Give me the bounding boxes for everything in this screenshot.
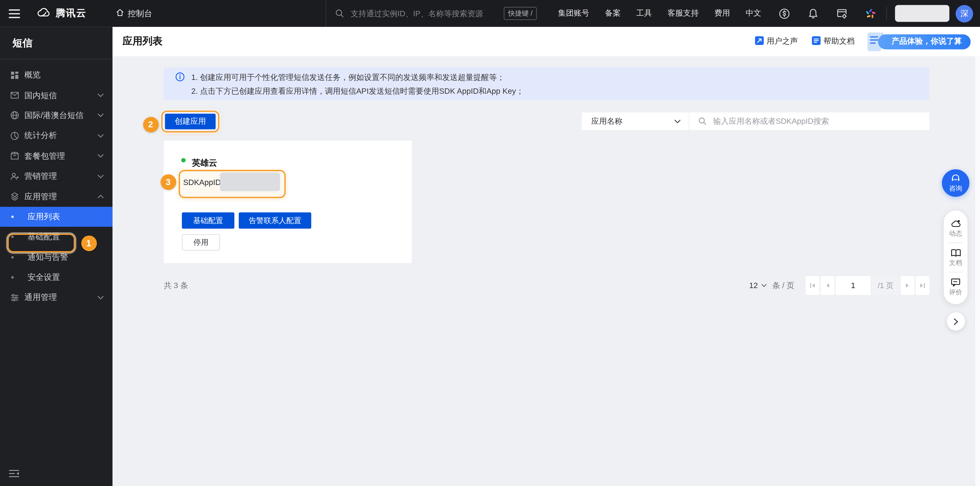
main-content: 1. 创建应用可用于个性化管理短信发送任务，例如设置不同的发送频率和发送超量提醒…	[113, 56, 980, 486]
sidebar-collapse-button[interactable]	[9, 469, 19, 478]
sidebar-item-security-settings[interactable]: 安全设置	[0, 267, 113, 287]
float-collapse-button[interactable]	[947, 312, 965, 330]
sidebar-menu: 概览 国内短信 国际/港澳台短信	[0, 65, 113, 308]
sidebar: 短信 概览 国内短信 国际/	[0, 27, 113, 486]
sidebar-item-package-management[interactable]: 套餐包管理	[0, 146, 113, 166]
nav-icp-filing[interactable]: 备案	[605, 8, 620, 19]
top-nav-bar: 腾讯云 控制台 快捷键 / 集团账号 备案 工具 客服支持 费用 中文	[0, 0, 980, 27]
person-icon	[10, 171, 19, 181]
info-banner-line2: 2. 点击下方已创建应用查看应用详情，调用短信API发送短信时需要使用SDK A…	[191, 86, 524, 97]
pie-chart-icon	[10, 131, 19, 141]
sidebar-divider	[0, 59, 113, 59]
app-search-input[interactable]	[712, 116, 929, 126]
sidebar-item-domestic-sms[interactable]: 国内短信	[0, 85, 113, 105]
float-divider	[949, 272, 963, 273]
survey-pill-label: 产品体验，你说了算	[878, 34, 970, 49]
bullet-icon	[11, 276, 14, 279]
feedback-float-item[interactable]: 评价	[949, 274, 962, 299]
nav-billing[interactable]: 费用	[714, 8, 730, 19]
notification-bell-icon[interactable]	[808, 8, 819, 19]
disable-app-button[interactable]: 停用	[182, 234, 220, 251]
topbar-left-group: 腾讯云 控制台	[9, 6, 152, 20]
sidebar-item-general-management[interactable]: 通用管理	[0, 287, 113, 308]
sidebar-item-notification-alarm[interactable]: 通知与告警	[0, 247, 113, 267]
app-status-dot	[181, 158, 186, 162]
console-settings-icon[interactable]	[836, 8, 848, 19]
bullet-icon	[11, 216, 14, 218]
help-doc-link[interactable]: 帮助文档	[808, 36, 855, 47]
logo-text: 腾讯云	[56, 7, 87, 20]
globe-icon	[10, 111, 19, 121]
chevron-down-icon	[97, 154, 104, 158]
page-size-select[interactable]: 12	[749, 281, 767, 290]
news-float-item[interactable]: 动态	[949, 216, 962, 240]
float-divider	[949, 243, 963, 243]
current-page-input[interactable]: 1	[836, 276, 871, 295]
ai-assistant-pinwheel-icon[interactable]	[865, 8, 877, 19]
page-size-unit: 条 / 页	[772, 280, 794, 291]
open-book-icon	[950, 249, 961, 257]
filter-bar: 应用名称	[582, 113, 929, 130]
global-search-input[interactable]	[350, 8, 504, 19]
prev-page-button[interactable]	[821, 276, 834, 295]
chevron-down-icon	[97, 113, 104, 118]
consult-float-button[interactable]: 咨询	[942, 169, 969, 197]
chevron-down-icon	[761, 284, 767, 287]
global-search[interactable]: 快捷键 /	[326, 0, 543, 27]
search-icon	[335, 9, 344, 18]
bullet-icon	[11, 236, 14, 238]
page-header-actions: 用户之声 帮助文档 产品体验，你说了算	[741, 31, 970, 52]
chevron-up-icon	[97, 194, 104, 199]
user-avatar[interactable]: 深	[956, 5, 973, 22]
total-count-label: 共 3 条	[164, 276, 188, 295]
product-survey-banner[interactable]: 产品体验，你说了算	[867, 31, 970, 52]
nav-language-switch[interactable]: 中文	[746, 8, 761, 19]
basic-config-button[interactable]: 基础配置	[182, 213, 234, 229]
docs-float-item[interactable]: 文档	[949, 245, 962, 270]
hamburger-menu-icon[interactable]	[9, 9, 20, 18]
filter-field-value: 应用名称	[591, 116, 622, 127]
scrollbar-track[interactable]	[974, 27, 980, 486]
filter-field-select[interactable]: 应用名称	[582, 113, 689, 130]
alarm-contact-config-button[interactable]: 告警联系人配置	[239, 213, 311, 229]
bullet-icon	[11, 256, 14, 259]
info-banner-line1: 1. 创建应用可用于个性化管理短信发送任务，例如设置不同的发送频率和发送超量提醒…	[191, 73, 505, 83]
sidebar-product-title: 短信	[0, 27, 113, 59]
pagination-row: 共 3 条 12 条 / 页 1 /1 页	[164, 276, 929, 295]
nav-tools[interactable]: 工具	[636, 8, 652, 19]
ticket-icon[interactable]	[779, 8, 790, 19]
user-voice-link[interactable]: 用户之声	[751, 36, 798, 47]
sidebar-item-statistics[interactable]: 统计分析	[0, 126, 113, 146]
app-name[interactable]: 英雄云	[192, 157, 217, 169]
nav-group-account[interactable]: 集团账号	[558, 8, 589, 19]
sdkappid-value-redacted	[220, 172, 280, 191]
headset-icon	[951, 174, 961, 184]
pagination-controls: 12 条 / 页 1 /1 页	[749, 276, 929, 295]
app-card: 英雄云 SDKAppID： 标签: 无 基础配置 告警联系人配置 停用	[164, 140, 412, 263]
package-icon	[10, 151, 19, 161]
page-title: 应用列表	[123, 35, 162, 48]
cloud-logo-icon	[36, 6, 51, 20]
search-shortcut-badge: 快捷键 /	[504, 7, 537, 20]
create-app-button[interactable]: 创建应用	[165, 114, 216, 129]
docs-label: 文档	[949, 259, 962, 267]
page-header: 应用列表 用户之声 帮助文档 产品体验，你说了算	[113, 27, 980, 56]
sidebar-item-international-sms[interactable]: 国际/港澳台短信	[0, 105, 113, 126]
sidebar-item-app-list[interactable]: 应用列表	[0, 206, 113, 227]
chevron-down-icon	[97, 174, 104, 179]
total-pages-label: /1 页	[872, 276, 899, 295]
console-link[interactable]: 控制台	[111, 8, 152, 19]
console-label: 控制台	[128, 8, 152, 19]
feedback-label: 评价	[949, 288, 962, 297]
sidebar-item-marketing-management[interactable]: 营销管理	[0, 166, 113, 186]
sidebar-item-app-management[interactable]: 应用管理	[0, 186, 113, 206]
info-banner: 1. 创建应用可用于个性化管理短信发送任务，例如设置不同的发送频率和发送超量提醒…	[164, 67, 929, 100]
chevron-down-icon	[97, 93, 104, 97]
tencent-cloud-logo[interactable]: 腾讯云	[36, 6, 87, 20]
nav-customer-support[interactable]: 客服支持	[668, 8, 699, 19]
last-page-button[interactable]	[916, 276, 929, 295]
first-page-button[interactable]	[806, 276, 819, 295]
home-icon	[115, 8, 124, 19]
sidebar-item-overview[interactable]: 概览	[0, 65, 113, 85]
next-page-button[interactable]	[901, 276, 915, 295]
